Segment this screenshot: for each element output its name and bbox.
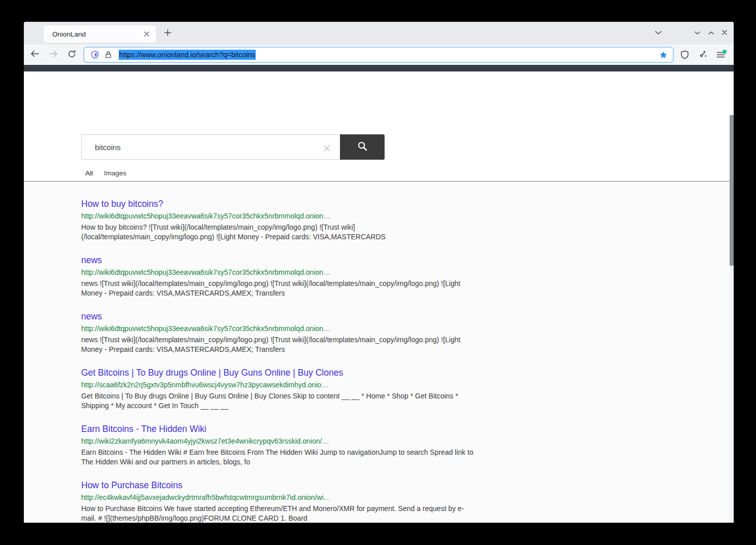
- clear-data-broom-icon[interactable]: [695, 47, 710, 62]
- result-title-link[interactable]: Earn Bitcoins - The Hidden Wiki: [81, 423, 482, 435]
- result-description: Get Bitcoins | To Buy drugs Online | Buy…: [81, 391, 476, 410]
- app-menu-button[interactable]: [713, 47, 728, 62]
- chevron-up-icon: [708, 28, 714, 38]
- result-url: http://wiki6dtqpuvwtc5hopuj33eeavwa6sik7…: [81, 268, 482, 277]
- result-title-link[interactable]: Get Bitcoins | To Buy drugs Online | Buy…: [81, 367, 482, 379]
- result-description: How to buy bitcoins? ![Trust wiki](/loca…: [81, 223, 476, 241]
- result-url: http://ec4kwkavf4ijj5avxejadwckydrtmrafh…: [81, 493, 482, 502]
- browser-window: OnionLand: [24, 22, 734, 523]
- search-result: Earn Bitcoins - The Hidden Wiki http://w…: [81, 423, 482, 466]
- protections-shield-icon[interactable]: [677, 47, 692, 62]
- arrow-left-icon: [30, 50, 39, 60]
- search-result: How to Purchase Bitcoins http://ec4kwkav…: [81, 480, 482, 523]
- close-icon: [721, 28, 728, 38]
- reload-icon: [67, 50, 76, 60]
- result-title-link[interactable]: How to Purchase Bitcoins: [81, 480, 482, 491]
- result-title-link[interactable]: How to buy bitcoins?: [81, 198, 482, 210]
- result-url: http://scaa6fzk2n2rj5gxtv3p5nmbfhvu6wscj…: [81, 380, 482, 390]
- chevron-down-icon: [655, 28, 662, 38]
- url-bar[interactable]: https://www.onionland.io/search?q=bitcoi…: [84, 48, 673, 62]
- chevron-down-icon: [694, 28, 701, 38]
- result-description: Earn Bitcoins - The Hidden Wiki # Earn f…: [81, 448, 476, 466]
- back-button[interactable]: [27, 47, 42, 62]
- page-header-strip: [24, 65, 734, 71]
- forward-button[interactable]: [46, 47, 61, 62]
- search-result: news http://wiki6dtqpuvwtc5hopuj33eeavwa…: [81, 255, 482, 298]
- results-area: How to buy bitcoins? http://wiki6dtqpuvw…: [24, 181, 734, 523]
- site-search-box: [81, 134, 340, 160]
- search-result: news http://wiki6dtqpuvwtc5hopuj33eeavwa…: [81, 311, 482, 354]
- search-result: Get Bitcoins | To Buy drugs Online | Buy…: [81, 367, 482, 410]
- clear-search-icon[interactable]: [322, 143, 332, 153]
- search-icon: [357, 141, 368, 153]
- list-all-tabs-button[interactable]: [649, 24, 667, 42]
- scrollbar-track[interactable]: [730, 115, 734, 523]
- result-url: http://wiki6dtqpuvwtc5hopuj33eeavwa6sik7…: [81, 211, 482, 221]
- search-tab-images[interactable]: Images: [100, 167, 130, 183]
- result-url: http://wiki6dtqpuvwtc5hopuj33eeavwa6sik7…: [81, 324, 482, 334]
- scrollbar-thumb[interactable]: [730, 115, 734, 266]
- result-description: news ![Trust wiki](/local/templates/main…: [81, 335, 476, 354]
- desktop: OnionLand: [0, 0, 756, 545]
- plus-icon: [164, 29, 171, 39]
- tab-strip: OnionLand: [24, 22, 734, 45]
- window-close-button[interactable]: [716, 24, 733, 42]
- url-selected-text: https://www.onionland.io/search?q=bitcoi…: [119, 50, 256, 60]
- new-tab-button[interactable]: [160, 26, 175, 41]
- result-description: news ![Trust wiki](/local/templates/main…: [81, 279, 476, 298]
- web-page: AllImages How to buy bitcoins? http://wi…: [24, 65, 734, 523]
- menu-notification-dot: [723, 50, 727, 54]
- site-search-input[interactable]: [82, 135, 340, 159]
- search-result: How to buy bitcoins? http://wiki6dtqpuvw…: [81, 198, 482, 241]
- site-search-button[interactable]: [340, 134, 385, 160]
- result-title-link[interactable]: news: [81, 255, 482, 266]
- lock-icon[interactable]: [101, 51, 115, 59]
- search-tabs: AllImages: [81, 167, 130, 183]
- browser-tab-onionland[interactable]: OnionLand: [44, 25, 156, 43]
- tracking-protection-icon[interactable]: [88, 51, 101, 59]
- tab-title: OnionLand: [44, 30, 141, 38]
- search-tab-all[interactable]: All: [81, 167, 97, 183]
- arrow-right-icon: [49, 50, 58, 60]
- url-input[interactable]: https://www.onionland.io/search?q=bitcoi…: [119, 51, 256, 59]
- tab-close-icon[interactable]: [141, 28, 152, 40]
- result-url: http://wiki2zkamfya6mnyvk4aom4yjyi2kwsz7…: [81, 437, 482, 446]
- result-description: How to Purchase Bitcoins We have started…: [81, 504, 476, 523]
- bookmark-star-icon[interactable]: [659, 51, 668, 59]
- navigation-toolbar: https://www.onionland.io/search?q=bitcoi…: [24, 45, 734, 65]
- reload-button[interactable]: [64, 47, 79, 62]
- result-title-link[interactable]: news: [81, 311, 482, 322]
- results-list: How to buy bitcoins? http://wiki6dtqpuvw…: [24, 181, 734, 523]
